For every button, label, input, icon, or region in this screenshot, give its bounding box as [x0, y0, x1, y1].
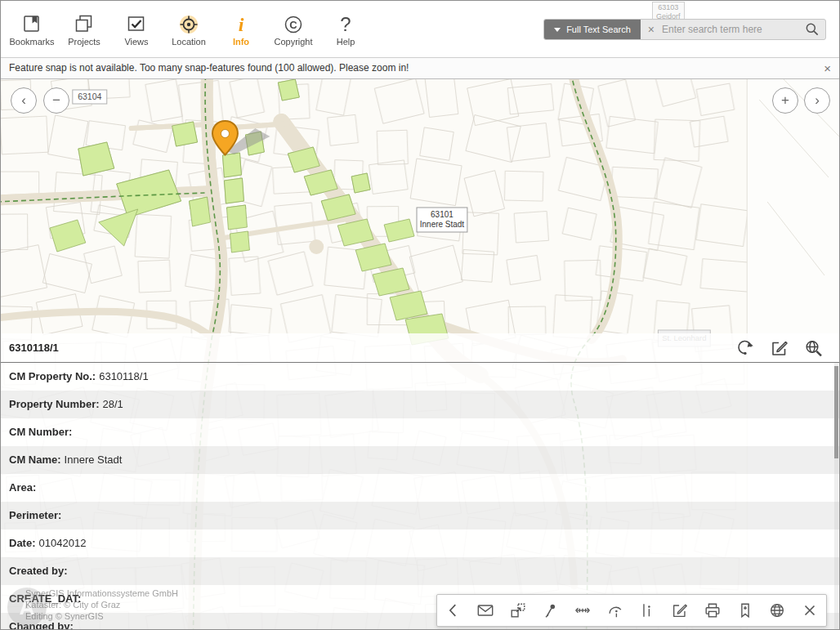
zoom-in-button[interactable]: + — [772, 87, 798, 114]
rotate-icon[interactable] — [735, 337, 756, 359]
map-forward-button[interactable]: › — [804, 87, 830, 114]
svg-text:63101: 63101 — [431, 210, 454, 219]
toolbar-item-location[interactable]: Location — [163, 1, 215, 58]
attribute-label: CREATE_DAT: — [9, 592, 81, 605]
results-panel: 6310118/1 — [1, 333, 839, 629]
toolbar-item-copyright[interactable]: C Copyright — [267, 1, 319, 58]
location-target-icon — [178, 13, 199, 34]
chevron-down-icon — [554, 28, 561, 32]
globe-search-icon[interactable] — [803, 337, 824, 359]
toolbar-item-projects[interactable]: Projects — [58, 1, 110, 58]
views-icon — [126, 13, 147, 34]
toolbar-item-label: Info — [233, 37, 249, 47]
attribute-value: 28/1 — [103, 398, 123, 410]
edit-icon[interactable] — [769, 337, 790, 359]
move-geometry-icon[interactable] — [506, 598, 530, 623]
search-mode-dropdown[interactable]: Full Text Search — [544, 20, 641, 39]
attribute-label: Area: — [9, 481, 36, 494]
toolbar-item-info[interactable]: i Info — [215, 1, 267, 58]
attribute-row: CM Number: — [1, 418, 839, 446]
info-icon: i — [230, 13, 252, 34]
toolbar-item-help[interactable]: ? Help — [319, 1, 372, 58]
bookmarks-icon — [21, 13, 42, 34]
map-label-63104: 63104 — [73, 90, 107, 104]
attribute-label: Changed by: — [9, 620, 74, 630]
toolbar-item-views[interactable]: Views — [110, 1, 163, 58]
svg-text:63104: 63104 — [78, 92, 101, 101]
mail-icon[interactable] — [473, 598, 498, 623]
pin-icon[interactable] — [538, 598, 563, 623]
map-back-button[interactable]: ‹ — [11, 87, 37, 114]
toolbar-item-label: Copyright — [274, 37, 312, 47]
copyright-icon: C — [283, 13, 304, 34]
attribute-row: CM Property No.:6310118/1 — [1, 363, 839, 391]
attribute-list: CM Property No.:6310118/1 Property Numbe… — [1, 363, 839, 630]
attribute-row: CM Name:Innere Stadt — [1, 446, 839, 474]
results-header: 6310118/1 — [1, 333, 839, 363]
toolbar-item-bookmarks[interactable]: Bookmarks — [6, 1, 58, 58]
notification-bar: Feature snap is not available. Too many … — [1, 58, 839, 79]
attribute-row: Date:01042012 — [1, 529, 839, 557]
print-icon[interactable] — [700, 598, 725, 623]
scrollbar-thumb[interactable] — [834, 366, 838, 458]
attribute-row: Area: — [1, 474, 839, 502]
identify-radius-icon[interactable] — [603, 598, 628, 623]
help-icon: ? — [335, 13, 356, 34]
notification-text: Feature snap is not available. Too many … — [9, 62, 409, 74]
attribute-value: 6310118/1 — [99, 370, 149, 382]
search-submit-button[interactable] — [799, 20, 825, 39]
svg-text:i: i — [239, 14, 244, 34]
search-clear-icon[interactable]: × — [641, 23, 662, 36]
scrollbar-track[interactable] — [834, 363, 838, 629]
toolbar-item-label: Bookmarks — [9, 37, 54, 47]
tools-toolbar — [436, 594, 827, 627]
search-mode-label: Full Text Search — [566, 25, 631, 34]
close-icon[interactable] — [798, 598, 822, 623]
toolbar-item-label: Help — [337, 37, 355, 47]
result-title: 6310118/1 — [1, 342, 735, 354]
attribute-value: 01042012 — [39, 537, 87, 549]
search-input[interactable] — [662, 24, 799, 35]
search-bar: Full Text Search × — [543, 19, 826, 40]
attribute-label: CM Number: — [9, 426, 72, 438]
attribute-row: Property Number:28/1 — [1, 391, 839, 418]
attribute-label: CM Property No.: — [9, 370, 96, 382]
attribute-label: Property Number: — [9, 398, 100, 410]
zoom-out-button[interactable]: − — [43, 87, 69, 114]
toolbar-item-label: Location — [172, 37, 206, 47]
projects-icon — [74, 13, 95, 34]
svg-text:C: C — [289, 18, 297, 30]
svg-text:Innere Stadt: Innere Stadt — [420, 220, 465, 229]
main-toolbar: 63103 Geidorf Bookmarks Projects — [1, 1, 839, 58]
attribute-label: Perimeter: — [9, 509, 61, 521]
measure-icon[interactable] — [570, 598, 595, 623]
magnifier-icon — [804, 21, 820, 38]
toolbar-item-label: Views — [124, 37, 148, 47]
attribute-label: CM Name: — [9, 454, 61, 466]
attribute-row: Perimeter: — [1, 502, 839, 529]
attribute-row: Created by: — [1, 557, 839, 585]
identify-line-icon[interactable] — [636, 598, 660, 623]
attribute-label: Created by: — [9, 565, 68, 577]
app-window: 63104 63101 Innere Stadt St. Leonhard ‹ … — [0, 0, 840, 630]
svg-text:?: ? — [340, 13, 351, 34]
plaza — [309, 239, 324, 254]
map-label-innere-stadt: 63101 Innere Stadt — [417, 208, 467, 232]
add-bookmark-icon[interactable] — [733, 598, 757, 623]
attribute-value: Innere Stadt — [65, 454, 123, 466]
attribute-label: Date: — [9, 537, 36, 549]
result-tools — [735, 337, 839, 359]
chevron-left-icon[interactable] — [441, 598, 466, 623]
toolbar-item-label: Projects — [68, 37, 101, 47]
edit-icon[interactable] — [668, 598, 692, 623]
globe-icon[interactable] — [765, 598, 789, 623]
notification-close-icon[interactable]: × — [824, 58, 831, 78]
